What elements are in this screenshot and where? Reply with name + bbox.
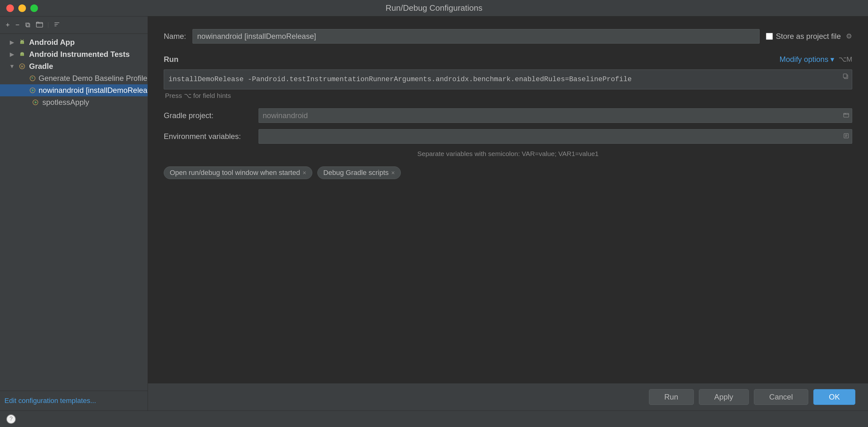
modify-options-shortcut: ⌥M: [839, 55, 852, 64]
svg-point-6: [21, 65, 22, 66]
traffic-lights: [6, 4, 38, 12]
svg-point-7: [23, 65, 23, 66]
tree-item-gradle[interactable]: ▼ Gradle: [0, 60, 148, 72]
android-app-label: Android App: [29, 38, 74, 47]
ok-button[interactable]: OK: [813, 389, 855, 405]
run-section-title: Run: [164, 55, 179, 64]
modify-options-button[interactable]: Modify options ▾: [779, 55, 834, 64]
sidebar: + − ⧉ ▶: [0, 17, 148, 410]
edit-configuration-templates-link[interactable]: Edit configuration templates...: [4, 397, 96, 404]
gradle-label: Gradle: [29, 62, 53, 71]
tag-debug-gradle-close[interactable]: ×: [391, 170, 395, 176]
tree-item-nowinandroid[interactable]: ▶ nowinandroid [installDemoRelease]: [0, 84, 148, 96]
command-copy-button[interactable]: [842, 73, 849, 81]
bottom-bar: ?: [0, 410, 868, 427]
android-instrumented-label: Android Instrumented Tests: [29, 50, 130, 59]
tags-row: Open run/debug tool window when started …: [164, 166, 852, 179]
spotless-apply-label: spotlessApply: [42, 98, 89, 107]
env-variables-label: Environment variables:: [164, 132, 258, 141]
env-variables-input-wrap: [258, 129, 852, 144]
tree-item-android-app[interactable]: ▶ Android App: [0, 36, 148, 48]
chevron-down-icon: ▾: [830, 55, 834, 64]
tag-open-tool-window-label: Open run/debug tool window when started: [170, 169, 300, 177]
command-area: installDemoRelease -Pandroid.testInstrum…: [164, 69, 852, 89]
titlebar: Run/Debug Configurations: [0, 0, 868, 17]
close-button[interactable]: [6, 4, 14, 12]
nowinandroid-icon: [29, 86, 36, 95]
copy-config-button[interactable]: ⧉: [24, 21, 32, 29]
store-gear-icon[interactable]: ⚙: [846, 32, 852, 40]
store-as-project-label: Store as project file: [776, 32, 841, 41]
main-layout: + − ⧉ ▶: [0, 17, 868, 410]
env-variables-row: Environment variables:: [164, 129, 852, 144]
svg-point-3: [21, 53, 22, 54]
maximize-button[interactable]: [30, 4, 38, 12]
gradle-project-input[interactable]: [258, 108, 852, 123]
sort-config-button[interactable]: [52, 20, 62, 30]
tag-debug-gradle: Debug Gradle scripts ×: [317, 166, 401, 179]
folder-config-button[interactable]: [35, 20, 44, 30]
generate-demo-label: Generate Demo Baseline Profile: [38, 74, 147, 83]
field-hint: Press ⌥ for field hints: [164, 92, 852, 99]
expand-arrow-android-app: ▶: [9, 39, 15, 46]
apply-button[interactable]: Apply: [699, 389, 749, 405]
spotless-apply-icon: [31, 98, 40, 107]
sidebar-footer: Edit configuration templates...: [0, 391, 148, 410]
gradle-project-row: Gradle project:: [164, 108, 852, 123]
run-button[interactable]: Run: [649, 389, 694, 405]
remove-config-button[interactable]: −: [14, 21, 21, 29]
env-variables-input[interactable]: [258, 129, 852, 144]
toolbar-separator: [48, 22, 49, 28]
name-store-row: Name: Store as project file ⚙: [164, 29, 852, 43]
minimize-button[interactable]: [18, 4, 26, 12]
svg-marker-10: [32, 89, 34, 92]
content-area: Name: Store as project file ⚙ Run Modify…: [148, 17, 868, 410]
android-app-icon: [18, 38, 27, 47]
svg-point-1: [21, 41, 22, 42]
svg-rect-15: [844, 113, 849, 117]
add-config-button[interactable]: +: [4, 21, 11, 29]
nowinandroid-label: nowinandroid [installDemoRelease]: [38, 86, 148, 95]
gradle-project-label: Gradle project:: [164, 111, 258, 120]
help-button[interactable]: ?: [6, 414, 16, 424]
window-title: Run/Debug Configurations: [385, 3, 483, 13]
content-body: Name: Store as project file ⚙ Run Modify…: [148, 17, 868, 383]
gradle-icon: [18, 62, 27, 71]
store-as-project-row: Store as project file ⚙: [766, 32, 852, 41]
semicolon-hint: Separate variables with semicolon: VAR=v…: [164, 150, 852, 158]
tag-open-tool-window-close[interactable]: ×: [303, 170, 306, 176]
tree-item-spotless-apply[interactable]: ▶ spotlessApply: [0, 96, 148, 108]
name-label: Name:: [164, 32, 186, 41]
svg-rect-14: [843, 74, 847, 78]
sidebar-tree: ▶ Android App ▶: [0, 34, 148, 391]
svg-point-4: [23, 53, 23, 54]
sidebar-toolbar: + − ⧉: [0, 17, 148, 34]
tag-debug-gradle-label: Debug Gradle scripts: [323, 169, 389, 177]
action-buttons: Run Apply Cancel OK: [148, 383, 868, 410]
gradle-project-browse-button[interactable]: [841, 110, 851, 121]
tree-item-generate-demo[interactable]: ▶ Generate Demo Baseline Profile: [0, 72, 148, 84]
tag-open-tool-window: Open run/debug tool window when started …: [164, 166, 312, 179]
modify-options-area: Modify options ▾ ⌥M: [779, 55, 852, 64]
store-as-project-checkbox[interactable]: [766, 33, 773, 40]
command-text: installDemoRelease -Pandroid.testInstrum…: [168, 74, 847, 85]
expand-arrow-android-instrumented: ▶: [9, 51, 15, 58]
tree-item-android-instrumented[interactable]: ▶ Android Instrumented Tests: [0, 48, 148, 60]
env-variables-browse-button[interactable]: [841, 131, 851, 142]
svg-marker-12: [35, 101, 37, 104]
generate-demo-icon: [29, 74, 36, 83]
cancel-button[interactable]: Cancel: [754, 389, 809, 405]
android-instrumented-icon: [18, 50, 27, 59]
name-input[interactable]: [192, 29, 760, 43]
gradle-project-input-wrap: [258, 108, 852, 123]
expand-arrow-gradle: ▼: [9, 63, 15, 70]
svg-point-2: [23, 41, 23, 42]
run-section-header: Run Modify options ▾ ⌥M: [164, 55, 852, 64]
